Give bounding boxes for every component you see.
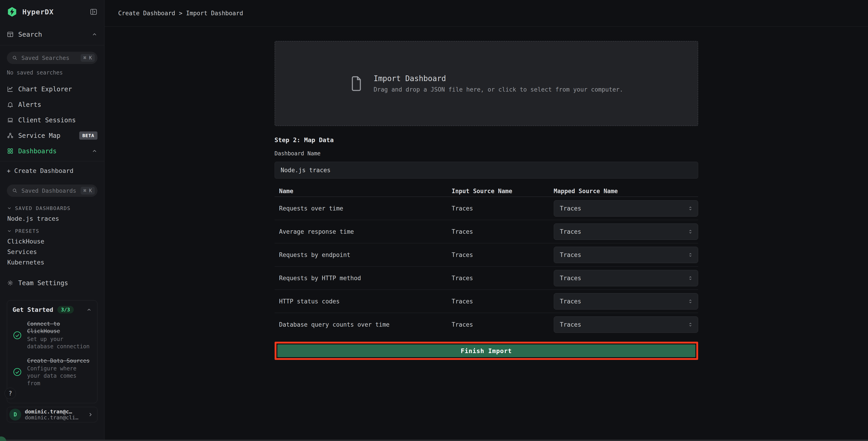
get-started-item-title: Create Data Sources <box>27 357 92 364</box>
sidebar-item-client-sessions[interactable]: Client Sessions <box>0 112 104 128</box>
mapped-source-select[interactable]: Traces <box>554 200 698 217</box>
select-chevrons-icon <box>687 252 693 258</box>
dashboard-name-input[interactable] <box>275 162 698 179</box>
saved-searches-searchbox[interactable]: ⌘ K <box>7 52 97 64</box>
sidebar-nav: Chart Explorer Alerts Cl <box>0 81 104 159</box>
get-started-item-description: Configure where your data comes from <box>27 365 92 387</box>
breadcrumb: Create Dashboard > Import Dashboard <box>118 10 243 17</box>
sidebar: HyperDX Search <box>0 0 104 441</box>
selected-source: Traces <box>560 228 687 235</box>
sidebar-item-chart-explorer[interactable]: Chart Explorer <box>0 81 104 97</box>
service-map-icon <box>7 132 14 139</box>
app-title: HyperDX <box>22 8 54 16</box>
input-source-name: Traces <box>452 298 554 305</box>
table-row: Requests by HTTP method Traces Traces <box>275 266 698 290</box>
search-icon <box>12 55 18 61</box>
chevron-down-icon <box>7 206 12 211</box>
input-source-name: Traces <box>452 228 554 235</box>
sidebar-item-nodejs-traces[interactable]: Node.js traces <box>0 213 104 224</box>
search-section-icon <box>7 31 14 38</box>
select-chevrons-icon <box>687 275 693 281</box>
help-button[interactable]: ? <box>5 388 16 399</box>
table-row: Requests by endpoint Traces Traces <box>275 243 698 266</box>
chevron-down-icon <box>7 229 12 234</box>
chart-name: Database query counts over time <box>275 321 452 328</box>
selected-source: Traces <box>560 252 687 258</box>
input-source-name: Traces <box>452 275 554 282</box>
gear-icon <box>7 280 14 286</box>
shortcut-badge: ⌘ K <box>81 54 95 62</box>
user-menu[interactable]: D dominic.tran@c… dominic.tran@cli… <box>7 407 97 422</box>
nav-label: Alerts <box>18 101 41 109</box>
sidebar-item-team-settings[interactable]: Team Settings <box>0 276 104 290</box>
saved-dashboards-header: SAVED DASHBOARDS <box>15 205 70 211</box>
chart-explorer-icon <box>7 86 14 92</box>
help-icon: ? <box>8 390 12 397</box>
logo-row: HyperDX <box>0 0 104 24</box>
main-area: Create Dashboard > Import Dashboard Impo… <box>104 0 868 441</box>
select-chevrons-icon <box>687 322 693 328</box>
shortcut-badge: ⌘ K <box>81 187 95 195</box>
column-header-name: Name <box>275 188 452 195</box>
hyperdx-logo-icon <box>7 7 17 17</box>
selected-source: Traces <box>560 205 687 212</box>
presets-header: PRESETS <box>15 228 39 234</box>
nav-label: Chart Explorer <box>18 85 72 93</box>
saved-searches-input[interactable] <box>22 55 81 61</box>
saved-dashboards-searchbox[interactable]: ⌘ K <box>7 184 97 197</box>
sidebar-item-dashboards[interactable]: Dashboards <box>0 143 104 159</box>
hyperdx-app: HyperDX Search <box>0 0 868 441</box>
check-circle-icon <box>12 357 27 387</box>
team-settings-label: Team Settings <box>18 279 68 287</box>
get-started-item-sources[interactable]: Create Data Sources Configure where your… <box>12 357 92 387</box>
horizontal-scrollbar[interactable] <box>0 440 868 441</box>
laptop-icon <box>7 117 14 123</box>
sidebar-item-alerts[interactable]: Alerts <box>0 97 104 112</box>
select-chevrons-icon <box>687 229 693 235</box>
sidebar-item-preset-kubernetes[interactable]: Kubernetes <box>0 257 104 267</box>
mapping-table: Name Input Source Name Mapped Source Nam… <box>275 185 698 336</box>
create-dashboard-button[interactable]: + Create Dashboard <box>0 163 104 178</box>
nav-label: Dashboards <box>18 147 57 155</box>
chart-name: Requests by endpoint <box>275 252 452 258</box>
mapped-source-select[interactable]: Traces <box>554 270 698 286</box>
breadcrumb-create-dashboard[interactable]: Create Dashboard <box>118 10 175 17</box>
column-header-mapped-source: Mapped Source Name <box>554 188 698 195</box>
mapped-source-select[interactable]: Traces <box>554 293 698 310</box>
annotation-highlight-box: Finish Import <box>275 342 698 360</box>
dropzone-subtitle: Drag and drop a JSON file here, or click… <box>374 86 623 93</box>
mapped-source-select[interactable]: Traces <box>554 316 698 333</box>
chart-name: Requests by HTTP method <box>275 275 452 282</box>
chart-name: Requests over time <box>275 205 452 212</box>
get-started-item-description: Set up your database connection <box>27 335 92 350</box>
dashboards-grid-icon <box>7 148 14 154</box>
mapped-source-select[interactable]: Traces <box>554 247 698 263</box>
file-icon <box>349 76 363 92</box>
saved-dashboards-input[interactable] <box>22 187 81 194</box>
search-section-label: Search <box>18 31 42 38</box>
search-icon <box>12 188 18 194</box>
column-header-input-source: Input Source Name <box>452 188 554 195</box>
get-started-header[interactable]: Get Started 3/3 <box>12 306 92 314</box>
sidebar-item-search[interactable]: Search <box>0 24 104 45</box>
selected-source: Traces <box>560 298 687 305</box>
nav-label: Client Sessions <box>18 116 76 124</box>
sidebar-item-service-map[interactable]: Service Map BETA <box>0 128 104 143</box>
finish-import-button[interactable]: Finish Import <box>277 345 695 357</box>
get-started-item-connect[interactable]: Connect to ClickHouse Set up your databa… <box>12 320 92 350</box>
input-source-name: Traces <box>452 321 554 328</box>
preset-name: Services <box>7 248 37 255</box>
import-dropzone[interactable]: Import Dashboard Drag and drop a JSON fi… <box>275 41 698 126</box>
avatar: D <box>9 409 21 420</box>
presets-section-toggle[interactable]: PRESETS <box>7 226 97 236</box>
breadcrumb-import-dashboard[interactable]: Import Dashboard <box>186 10 243 17</box>
beta-badge: BETA <box>79 131 97 140</box>
mapped-source-select[interactable]: Traces <box>554 224 698 240</box>
select-chevrons-icon <box>687 205 693 211</box>
collapse-sidebar-icon[interactable] <box>90 8 97 16</box>
sidebar-item-preset-clickhouse[interactable]: ClickHouse <box>0 236 104 246</box>
sidebar-item-preset-services[interactable]: Services <box>0 246 104 257</box>
get-started-card: Get Started 3/3 Connect to ClickHouse <box>7 300 97 403</box>
saved-dashboards-section-toggle[interactable]: SAVED DASHBOARDS <box>7 203 97 213</box>
get-started-progress-badge: 3/3 <box>57 306 74 314</box>
